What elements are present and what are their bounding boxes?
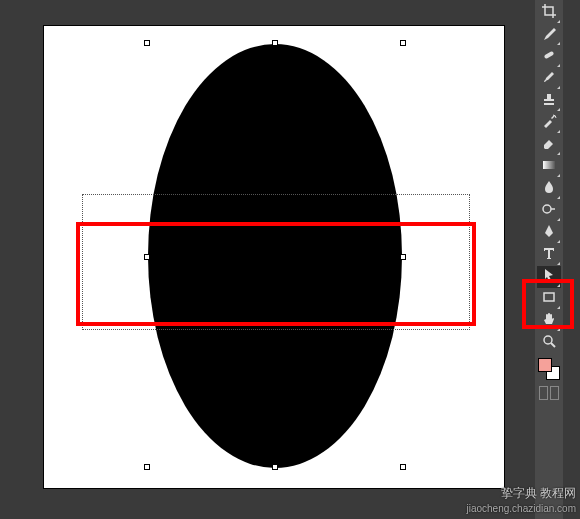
watermark: 挚字典 教程网 jiaocheng.chazidian.com xyxy=(466,486,576,515)
flyout-indicator-icon xyxy=(557,218,560,221)
pen-icon xyxy=(541,223,557,243)
brush-tool[interactable] xyxy=(537,68,561,90)
flyout-indicator-icon xyxy=(557,284,560,287)
dodge-tool[interactable] xyxy=(537,200,561,222)
dodge-icon xyxy=(541,201,557,221)
watermark-url: jiaocheng.chazidian.com xyxy=(466,502,576,515)
quick-mask-toggle[interactable] xyxy=(538,386,560,402)
history-brush-tool[interactable] xyxy=(537,112,561,134)
handle-top-left[interactable] xyxy=(144,40,150,46)
hand-icon xyxy=(541,311,557,331)
crop-icon xyxy=(541,3,557,23)
canvas[interactable] xyxy=(44,26,504,488)
flyout-indicator-icon xyxy=(557,306,560,309)
droplet-icon xyxy=(541,179,557,199)
rectangle-icon xyxy=(541,289,557,309)
eyedropper-icon xyxy=(541,25,557,45)
clone-stamp-tool[interactable] xyxy=(537,90,561,112)
gradient-icon xyxy=(541,157,557,177)
zoom-tool[interactable] xyxy=(537,332,561,354)
svg-rect-0 xyxy=(544,51,555,59)
svg-point-2 xyxy=(543,205,551,213)
type-icon xyxy=(541,245,557,265)
mask-mode-icon xyxy=(550,386,559,400)
flyout-indicator-icon xyxy=(557,130,560,133)
shape-tool[interactable] xyxy=(537,288,561,310)
svg-rect-4 xyxy=(544,293,554,301)
handle-top-center[interactable] xyxy=(272,40,278,46)
hand-tool[interactable] xyxy=(537,310,561,332)
annotation-highlight-canvas xyxy=(76,222,476,326)
handle-bottom-left[interactable] xyxy=(144,464,150,470)
flyout-indicator-icon xyxy=(557,20,560,23)
foreground-color-swatch[interactable] xyxy=(538,358,552,372)
handle-bottom-right[interactable] xyxy=(400,464,406,470)
handle-top-right[interactable] xyxy=(400,40,406,46)
svg-point-5 xyxy=(544,336,552,344)
eyedropper-tool[interactable] xyxy=(537,24,561,46)
arrow-cursor-icon xyxy=(541,267,557,287)
healing-brush-tool[interactable] xyxy=(537,46,561,68)
svg-line-6 xyxy=(551,343,555,347)
flyout-indicator-icon xyxy=(557,174,560,177)
history-brush-icon xyxy=(541,113,557,133)
flyout-indicator-icon xyxy=(557,42,560,45)
eraser-tool[interactable] xyxy=(537,134,561,156)
brush-icon xyxy=(541,69,557,89)
svg-rect-1 xyxy=(543,161,555,169)
magnifier-icon xyxy=(541,333,557,353)
flyout-indicator-icon xyxy=(557,240,560,243)
handle-bottom-center[interactable] xyxy=(272,464,278,470)
flyout-indicator-icon xyxy=(557,108,560,111)
gradient-tool[interactable] xyxy=(537,156,561,178)
standard-mode-icon xyxy=(539,386,548,400)
stamp-icon xyxy=(541,91,557,111)
tools-panel xyxy=(535,0,563,519)
flyout-indicator-icon xyxy=(557,152,560,155)
flyout-indicator-icon xyxy=(557,196,560,199)
path-selection-tool[interactable] xyxy=(537,266,561,288)
blur-tool[interactable] xyxy=(537,178,561,200)
pen-tool[interactable] xyxy=(537,222,561,244)
flyout-indicator-icon xyxy=(557,328,560,331)
type-tool[interactable] xyxy=(537,244,561,266)
eraser-icon xyxy=(541,135,557,155)
crop-tool[interactable] xyxy=(537,2,561,24)
flyout-indicator-icon xyxy=(557,262,560,265)
flyout-indicator-icon xyxy=(557,86,560,89)
color-swatches[interactable] xyxy=(538,358,560,380)
flyout-indicator-icon xyxy=(557,64,560,67)
watermark-text: 挚字典 教程网 xyxy=(466,486,576,502)
bandage-icon xyxy=(541,47,557,67)
